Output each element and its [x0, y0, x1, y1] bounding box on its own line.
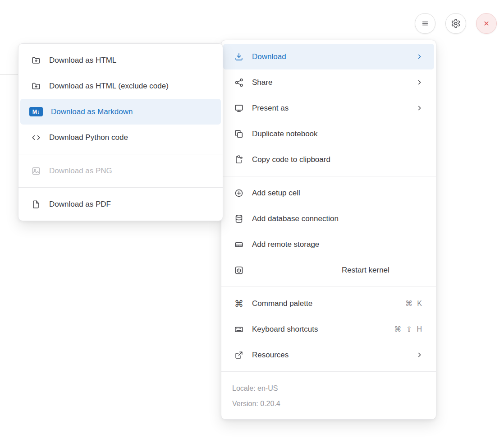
submenu-item-download-as-pdf[interactable]: Download as PDF: [20, 191, 221, 217]
chevron-right-icon: [416, 104, 423, 112]
database-icon: [234, 214, 244, 224]
markdown-icon: M↓: [29, 107, 43, 116]
image-icon: [31, 166, 41, 176]
menu-divider: [18, 154, 223, 154]
menu-item-copy-code-to-clipboard[interactable]: Copy code to clipboard: [223, 147, 434, 172]
version-text: Version: 0.20.4: [232, 396, 425, 412]
menu-item-label: Command palette: [252, 299, 397, 308]
menu-item-label: Duplicate notebook: [252, 130, 423, 139]
menu-item-label: Add remote storage: [252, 240, 423, 249]
shutdown-button[interactable]: [476, 13, 497, 34]
external-link-icon: [234, 350, 244, 360]
hamburger-icon: [420, 18, 430, 28]
page-edge-line: [0, 74, 18, 75]
menu-item-duplicate-notebook[interactable]: Duplicate notebook: [223, 121, 434, 147]
command-icon: ⌘: [234, 299, 244, 308]
submenu-item-download-as-markdown[interactable]: M↓ Download as Markdown: [20, 99, 221, 125]
notebook-actions-menu: Download Share Present as Duplicate note…: [221, 40, 436, 420]
menu-item-label: Restart kernel: [342, 266, 423, 275]
plus-circle-icon: [234, 188, 244, 198]
share-icon: [234, 78, 244, 88]
code-icon: [31, 133, 41, 143]
menu-item-label: Add setup cell: [252, 189, 423, 198]
submenu-item-download-as-html-exclude-code[interactable]: Download as HTML (exclude code): [20, 73, 221, 99]
keyboard-shortcut-hint: ⌘ ⇧ H: [394, 325, 423, 333]
menu-item-label: Download as HTML: [49, 56, 210, 65]
menu-item-label: Present as: [252, 104, 408, 113]
download-icon: [234, 52, 244, 62]
chevron-right-icon: [416, 351, 423, 359]
chevron-right-icon: [416, 53, 423, 60]
menu-item-label: Keyboard shortcuts: [252, 325, 386, 334]
menu-item-label: Download as Markdown: [51, 107, 210, 116]
submenu-item-download-as-html[interactable]: Download as HTML: [20, 47, 221, 73]
close-icon: [481, 18, 491, 28]
locale-text: Locale: en-US: [232, 381, 425, 396]
menu-item-label: Resources: [252, 351, 408, 360]
menu-item-label: Download as PDF: [49, 200, 210, 209]
menu-item-keyboard-shortcuts[interactable]: Keyboard shortcuts ⌘ ⇧ H: [223, 316, 434, 342]
keyboard-icon: [234, 324, 244, 334]
presentation-icon: [234, 103, 244, 113]
file-icon: [31, 199, 41, 209]
menu-item-command-palette[interactable]: ⌘ Command palette ⌘ K: [223, 291, 434, 316]
folder-download-icon: [31, 56, 41, 65]
menu-item-share[interactable]: Share: [223, 69, 434, 95]
clipboard-copy-icon: [234, 155, 244, 165]
settings-button[interactable]: [445, 13, 466, 34]
folder-download-icon: [31, 81, 41, 91]
keyboard-shortcut-hint: ⌘ K: [405, 299, 423, 308]
menu-footer: Locale: en-US Version: 0.20.4: [221, 375, 436, 416]
chevron-right-icon: [416, 79, 423, 86]
submenu-item-download-as-png: Download as PNG: [20, 158, 221, 184]
menu-item-add-database-connection[interactable]: Add database connection: [223, 206, 434, 231]
menu-item-download[interactable]: Download: [223, 44, 434, 69]
menu-item-label: Share: [252, 78, 408, 87]
menu-item-add-remote-storage[interactable]: Add remote storage: [223, 231, 434, 257]
menu-item-label: Download Python code: [49, 133, 210, 142]
menu-item-resources[interactable]: Resources: [223, 342, 434, 368]
duplicate-icon: [234, 129, 244, 139]
menu-item-add-setup-cell[interactable]: Add setup cell: [223, 180, 434, 206]
notebook-menu-button[interactable]: [415, 13, 435, 34]
menu-divider: [221, 287, 436, 287]
menu-item-label: Add database connection: [252, 214, 423, 223]
menu-item-label: Download as PNG: [49, 166, 210, 176]
menu-item-restart-kernel[interactable]: Restart kernel: [223, 257, 434, 283]
menu-divider: [221, 176, 436, 176]
menu-divider: [18, 187, 223, 188]
hard-drive-icon: [234, 240, 244, 250]
menu-item-label: Download as HTML (exclude code): [49, 82, 210, 91]
submenu-item-download-python-code[interactable]: Download Python code: [20, 125, 221, 150]
gear-icon: [451, 18, 461, 28]
menu-divider: [221, 371, 436, 372]
download-submenu: Download as HTML Download as HTML (exclu…: [18, 43, 223, 221]
menu-item-label: Copy code to clipboard: [252, 155, 423, 164]
menu-item-present-as[interactable]: Present as: [223, 95, 434, 121]
power-icon: [234, 265, 244, 275]
menu-item-label: Download: [252, 52, 408, 61]
